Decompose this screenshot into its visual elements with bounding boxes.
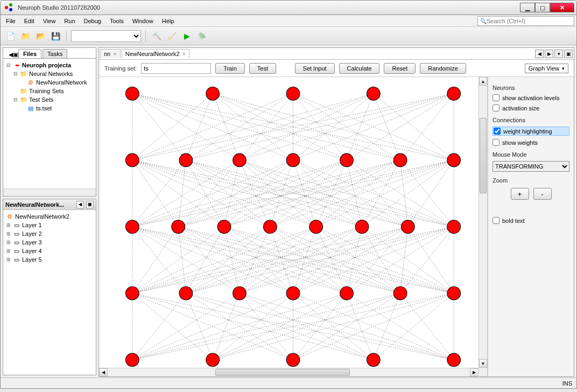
- svg-line-170: [347, 293, 374, 360]
- window-maximize-button[interactable]: [535, 3, 550, 12]
- tree-project-root[interactable]: ⊟ Neuroph projecta: [5, 61, 94, 69]
- svg-line-126: [132, 227, 362, 293]
- view-selector[interactable]: Graph View: [525, 64, 568, 73]
- scroll-down-icon[interactable]: ▼: [479, 359, 487, 368]
- zoom-out-button[interactable]: -: [533, 188, 552, 200]
- close-icon[interactable]: ×: [182, 51, 186, 57]
- svg-line-79: [316, 160, 400, 227]
- scroll-thumb[interactable]: [215, 369, 350, 376]
- config-selector[interactable]: [71, 30, 141, 42]
- svg-line-121: [240, 227, 316, 293]
- nav-layer-5[interactable]: ⊞▭Layer 5: [5, 255, 94, 264]
- editor-tab-newneuralnetwork2[interactable]: NewNeuralNetwork2×: [122, 49, 189, 58]
- svg-line-64: [293, 160, 362, 227]
- calculate-button[interactable]: Calculate: [339, 63, 380, 74]
- new-project-button[interactable]: 📁: [19, 30, 32, 43]
- scroll-thumb[interactable]: [480, 118, 487, 193]
- svg-line-175: [374, 293, 400, 360]
- navigator-tree[interactable]: NewNeuralNetwork2 ⊞▭Layer 1 ⊞▭Layer 2 ⊞▭…: [3, 210, 96, 375]
- svg-point-198: [309, 220, 323, 234]
- chk-activation-size[interactable]: activation size: [492, 104, 569, 111]
- search-input[interactable]: [487, 18, 572, 24]
- menu-file[interactable]: File: [3, 17, 19, 25]
- editor-nav-right[interactable]: ▶: [545, 50, 553, 58]
- project-tree[interactable]: ⊟ Neuroph projecta ⊟ Neural Networks New…: [3, 59, 96, 188]
- svg-line-11: [213, 94, 347, 160]
- tree-nn-item[interactable]: NewNeuralNetwork: [19, 78, 94, 87]
- tab-nav-right[interactable]: ▣: [13, 51, 18, 58]
- svg-line-179: [293, 293, 454, 360]
- menu-edit[interactable]: Edit: [21, 17, 38, 25]
- tab-files[interactable]: Files: [18, 49, 41, 58]
- svg-point-213: [447, 353, 461, 367]
- editor-nav-left[interactable]: ◀: [535, 50, 544, 58]
- separator: [145, 30, 146, 42]
- window-title: Neuroph Studio 201107282000: [18, 4, 520, 11]
- editor-tab-nn[interactable]: nn×: [100, 49, 121, 58]
- scroll-up-icon[interactable]: ▲: [479, 77, 487, 86]
- nav-layer-1[interactable]: ⊞▭Layer 1: [5, 221, 94, 229]
- tree-training-sets[interactable]: Training Sets: [12, 87, 94, 95]
- svg-line-152: [132, 293, 186, 360]
- window-close-button[interactable]: [550, 3, 574, 12]
- menu-help[interactable]: Help: [159, 17, 178, 25]
- scroll-left-icon[interactable]: ◀: [99, 368, 108, 376]
- chk-show-weights[interactable]: show weights: [492, 139, 569, 146]
- window-minimize-button[interactable]: [520, 3, 535, 12]
- nav-layer-4[interactable]: ⊞▭Layer 4: [5, 247, 94, 255]
- randomize-button[interactable]: Randomize: [420, 63, 466, 74]
- svg-line-65: [293, 160, 408, 227]
- editor-dropdown[interactable]: ▾: [554, 50, 563, 58]
- menu-view[interactable]: View: [40, 17, 59, 25]
- svg-line-19: [293, 94, 400, 160]
- svg-line-48: [186, 160, 362, 227]
- menu-window[interactable]: Window: [129, 17, 157, 25]
- scroll-right-icon[interactable]: ▶: [470, 368, 479, 376]
- zoom-in-button[interactable]: +: [511, 188, 529, 200]
- svg-line-106: [186, 227, 224, 293]
- tree-test-sets[interactable]: ⊟ Test Sets: [12, 95, 94, 104]
- menu-run[interactable]: Run: [61, 17, 78, 25]
- train-button[interactable]: Train: [215, 63, 245, 74]
- menu-debug[interactable]: Debug: [81, 17, 104, 25]
- nav-btn-2[interactable]: ▣: [86, 201, 94, 208]
- svg-line-55: [240, 160, 316, 227]
- tree-neural-networks[interactable]: ⊟ Neural Networks: [12, 69, 94, 78]
- statusbar: INS: [1, 377, 576, 388]
- svg-line-44: [178, 160, 186, 227]
- canvas-hscroll[interactable]: ◀ ▶: [99, 368, 479, 376]
- reset-button[interactable]: Reset: [384, 63, 416, 74]
- training-set-input[interactable]: [141, 63, 211, 74]
- svg-line-95: [132, 227, 347, 293]
- network-graph[interactable]: [99, 77, 487, 376]
- svg-line-37: [132, 160, 224, 227]
- svg-line-144: [347, 227, 454, 293]
- nav-layer-2[interactable]: ⊞▭Layer 2: [5, 229, 94, 238]
- save-button[interactable]: 💾: [49, 30, 62, 43]
- canvas-vscroll[interactable]: ▲ ▼: [479, 77, 487, 368]
- new-file-button[interactable]: 📄: [4, 30, 17, 43]
- tab-nav-left[interactable]: ◀: [9, 51, 13, 58]
- chk-bold-text[interactable]: bold text: [492, 217, 569, 224]
- set-input-button[interactable]: Set Input: [295, 63, 335, 74]
- editor-maximize[interactable]: ▣: [564, 50, 573, 58]
- tab-tasks[interactable]: Tasks: [43, 49, 67, 58]
- nav-layer-3[interactable]: ⊞▭Layer 3: [5, 238, 94, 247]
- menu-tools[interactable]: Tools: [107, 17, 127, 25]
- open-button[interactable]: 📂: [34, 30, 47, 43]
- hscrollbar[interactable]: [3, 188, 96, 196]
- svg-point-203: [179, 286, 193, 300]
- global-search[interactable]: [477, 16, 574, 26]
- nav-btn-1[interactable]: ◀: [76, 201, 84, 208]
- run-button[interactable]: ▶: [180, 30, 193, 43]
- chk-weight-highlighting[interactable]: weight highlighting: [492, 127, 569, 136]
- close-icon[interactable]: ×: [113, 51, 116, 57]
- network-canvas[interactable]: ▲ ▼ ◀ ▶: [99, 77, 488, 376]
- svg-line-116: [270, 227, 347, 293]
- nav-root[interactable]: NewNeuralNetwork2: [5, 212, 94, 221]
- tree-ts-item[interactable]: ts.tset: [19, 104, 94, 113]
- svg-point-209: [125, 353, 139, 367]
- chk-show-activation-levels[interactable]: show activation levels: [492, 94, 569, 101]
- test-button[interactable]: Test: [249, 63, 276, 74]
- mouse-mode-select[interactable]: TRANSFORMING: [492, 161, 569, 172]
